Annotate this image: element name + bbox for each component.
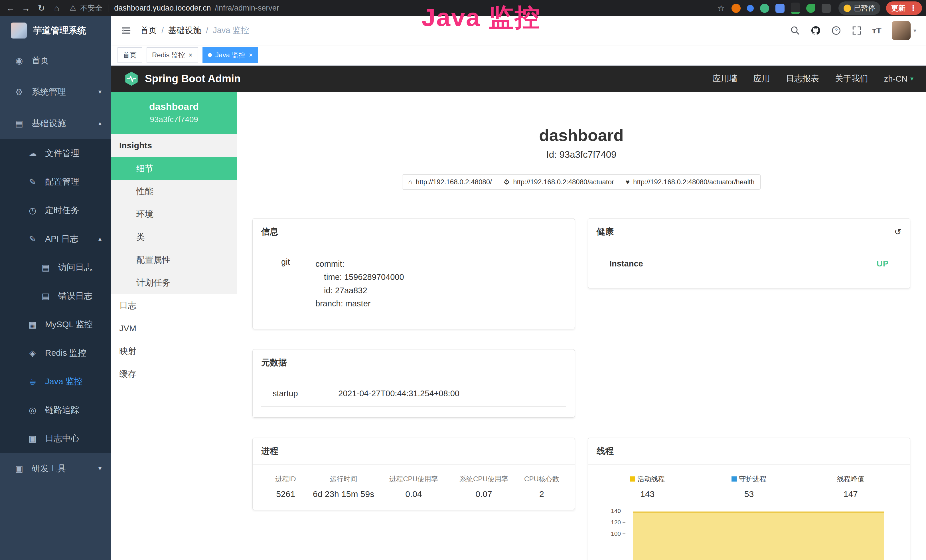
user-menu[interactable]: ▾ bbox=[892, 21, 916, 40]
update-button[interactable]: 更新 ⋮ bbox=[886, 2, 922, 15]
sidebar-item-java-monitor[interactable]: ☕ Java 监控 bbox=[0, 367, 111, 396]
sidebar-item-api-logs[interactable]: ✎ API 日志 ▴ bbox=[0, 224, 111, 253]
breadcrumb-home[interactable]: 首页 bbox=[140, 25, 157, 36]
extension-icon-7[interactable] bbox=[822, 4, 831, 13]
vue-devtools-icon[interactable] bbox=[760, 4, 769, 13]
sba-header: Spring Boot Admin 应用墙 应用 日志报表 关于我们 zh-CN… bbox=[111, 66, 926, 92]
health-url-link[interactable]: ♥ http://192.168.0.2:48080/actuator/heal… bbox=[620, 174, 761, 190]
sba-item-mappings[interactable]: 映射 bbox=[111, 340, 237, 363]
home-button[interactable]: ⌂ bbox=[50, 3, 63, 13]
sba-item-metrics[interactable]: 性能 bbox=[111, 180, 237, 203]
sidebar-logo[interactable]: 芋道管理系统 bbox=[0, 16, 111, 45]
sba-item-environment[interactable]: 环境 bbox=[111, 203, 237, 226]
sidebar-item-label: 基础设施 bbox=[32, 118, 66, 129]
sidebar-item-mysql-monitor[interactable]: ▦ MySQL 监控 bbox=[0, 310, 111, 339]
sba-locale-select[interactable]: zh-CN ▾ bbox=[884, 74, 914, 83]
sidebar-item-label: 日志中心 bbox=[45, 433, 79, 445]
paused-profile-badge[interactable]: 已暂停 bbox=[838, 2, 881, 15]
spring-boot-admin-frame: Spring Boot Admin 应用墙 应用 日志报表 关于我们 zh-CN… bbox=[111, 66, 926, 560]
actuator-url-link[interactable]: ⚙ http://192.168.0.2:48080/actuator bbox=[498, 174, 620, 190]
sidebar-item-infrastructure[interactable]: ▤ 基础设施 ▴ bbox=[0, 107, 111, 139]
hamburger-icon[interactable] bbox=[121, 26, 131, 36]
main-column: 首页 / 基础设施 / Java 监控 ? bbox=[111, 16, 926, 560]
health-card-header: 健康 ↺ bbox=[588, 218, 910, 245]
sba-item-details[interactable]: 细节 bbox=[111, 157, 237, 180]
extension-icon-2[interactable] bbox=[747, 5, 754, 12]
sba-item-caches[interactable]: 缓存 bbox=[111, 363, 237, 385]
y-axis-tick: 100 bbox=[611, 530, 625, 537]
extension-icon-4[interactable] bbox=[775, 4, 785, 13]
sidebar-item-error-logs[interactable]: ▤ 错误日志 bbox=[0, 282, 111, 310]
sidebar-item-label: 研发工具 bbox=[32, 463, 66, 474]
sba-item-classes[interactable]: 类 bbox=[111, 226, 237, 248]
cell-value: 6d 23h 15m 59s bbox=[310, 489, 377, 499]
toolbox-icon: ▣ bbox=[13, 463, 26, 474]
bookmark-star-icon[interactable]: ☆ bbox=[717, 3, 725, 13]
avatar[interactable] bbox=[892, 21, 911, 40]
insights-group-label: Insights bbox=[111, 134, 237, 157]
instance-title-block: dashboard Id: 93a3fc7f7409 ⌂ http://192.… bbox=[253, 92, 910, 190]
sidebar-item-config-management[interactable]: ✎ 配置管理 bbox=[0, 168, 111, 196]
health-instance-row[interactable]: Instance UP bbox=[597, 253, 902, 277]
sidebar-item-redis-monitor[interactable]: ◈ Redis 监控 bbox=[0, 339, 111, 367]
sba-item-scheduled-tasks[interactable]: 计划任务 bbox=[111, 271, 237, 294]
browser-menu-icon[interactable]: ⋮ bbox=[909, 4, 917, 12]
service-url-link[interactable]: ⌂ http://192.168.0.2:48080/ bbox=[402, 174, 498, 190]
close-icon[interactable]: × bbox=[249, 51, 253, 59]
sidebar-item-trace[interactable]: ◎ 链路追踪 bbox=[0, 396, 111, 424]
page-title: dashboard bbox=[253, 126, 910, 145]
fullscreen-icon[interactable] bbox=[852, 26, 862, 36]
column-header: 运行时间 bbox=[310, 474, 377, 484]
sidebar-item-scheduled-tasks[interactable]: ◷ 定时任务 bbox=[0, 196, 111, 224]
process-col-pid: 进程ID 5261 bbox=[261, 474, 310, 499]
sidebar-item-file-management[interactable]: ☁ 文件管理 bbox=[0, 139, 111, 168]
address-bar[interactable]: ⚠ 不安全 dashboard.yudao.iocoder.cn /infra/… bbox=[70, 3, 279, 13]
database-icon: ▦ bbox=[26, 319, 39, 330]
sidebar-item-log-center[interactable]: ▣ 日志中心 bbox=[0, 424, 111, 453]
sba-nav-about[interactable]: 关于我们 bbox=[835, 73, 868, 85]
forward-button[interactable]: → bbox=[20, 3, 33, 13]
font-size-icon[interactable]: тT bbox=[872, 26, 882, 35]
log-edit-icon: ✎ bbox=[26, 234, 39, 244]
metadata-label: startup bbox=[272, 389, 338, 398]
app-frame: 芋道管理系统 ◉ 首页 ⚙ 系统管理 ▾ ▤ 基础设施 ▴ ☁ 文件管理 ✎ bbox=[0, 16, 926, 560]
search-icon[interactable] bbox=[790, 26, 800, 36]
sba-nav-wallboard[interactable]: 应用墙 bbox=[713, 73, 737, 85]
close-icon[interactable]: × bbox=[189, 51, 192, 59]
metadata-card: 元数据 startup 2021-04-27T00:44:31.254+08:0… bbox=[253, 349, 575, 418]
threads-legend: 活动线程 143 守护进程 bbox=[597, 473, 902, 499]
sidebar-item-dev-tools[interactable]: ▣ 研发工具 ▾ bbox=[0, 453, 111, 484]
process-card-title: 进程 bbox=[253, 438, 575, 465]
admin-sidebar: 芋道管理系统 ◉ 首页 ⚙ 系统管理 ▾ ▤ 基础设施 ▴ ☁ 文件管理 ✎ bbox=[0, 16, 111, 560]
sidebar-item-home[interactable]: ◉ 首页 bbox=[0, 45, 111, 76]
threads-chart: 140 120 100 bbox=[597, 507, 902, 560]
history-icon[interactable]: ↺ bbox=[894, 227, 902, 237]
process-col-process-cpu: 进程CPU使用率 0.04 bbox=[377, 474, 450, 499]
github-icon[interactable] bbox=[811, 26, 821, 36]
back-button[interactable]: ← bbox=[4, 3, 17, 13]
sba-nav-applications[interactable]: 应用 bbox=[754, 73, 770, 85]
chevron-down-icon: ▾ bbox=[98, 465, 101, 472]
breadcrumb-infrastructure[interactable]: 基础设施 bbox=[168, 25, 201, 36]
sba-item-config-props[interactable]: 配置属性 bbox=[111, 248, 237, 271]
sidebar-item-label: MySQL 监控 bbox=[45, 319, 93, 330]
instance-header[interactable]: dashboard 93a3fc7f7409 bbox=[111, 92, 237, 134]
sidebar-item-access-logs[interactable]: ▤ 访问日志 bbox=[0, 253, 111, 282]
sba-item-logs[interactable]: 日志 bbox=[111, 294, 237, 317]
sidebar-item-system-management[interactable]: ⚙ 系统管理 ▾ bbox=[0, 76, 111, 107]
sba-item-jvm[interactable]: JVM bbox=[111, 317, 237, 340]
security-badge[interactable]: 不安全 bbox=[80, 3, 102, 13]
metadata-startup-row: startup 2021-04-27T00:44:31.254+08:00 bbox=[261, 384, 566, 407]
reload-button[interactable]: ↻ bbox=[35, 3, 48, 13]
extension-icon-5[interactable] bbox=[791, 3, 800, 14]
extension-icon-6[interactable] bbox=[806, 4, 816, 13]
extension-icon-1[interactable] bbox=[731, 4, 741, 13]
help-icon[interactable]: ? bbox=[831, 26, 841, 36]
tag-redis-monitor[interactable]: Redis 监控 × bbox=[147, 47, 198, 63]
sba-sidebar: dashboard 93a3fc7f7409 Insights 细节 性能 环境… bbox=[111, 92, 237, 560]
breadcrumb-separator: / bbox=[162, 26, 164, 35]
sba-brand[interactable]: Spring Boot Admin bbox=[124, 71, 241, 86]
sba-nav-journal[interactable]: 日志报表 bbox=[786, 73, 819, 85]
tag-home[interactable]: 首页 bbox=[118, 47, 142, 63]
tag-java-monitor[interactable]: Java 监控 × bbox=[203, 47, 258, 63]
